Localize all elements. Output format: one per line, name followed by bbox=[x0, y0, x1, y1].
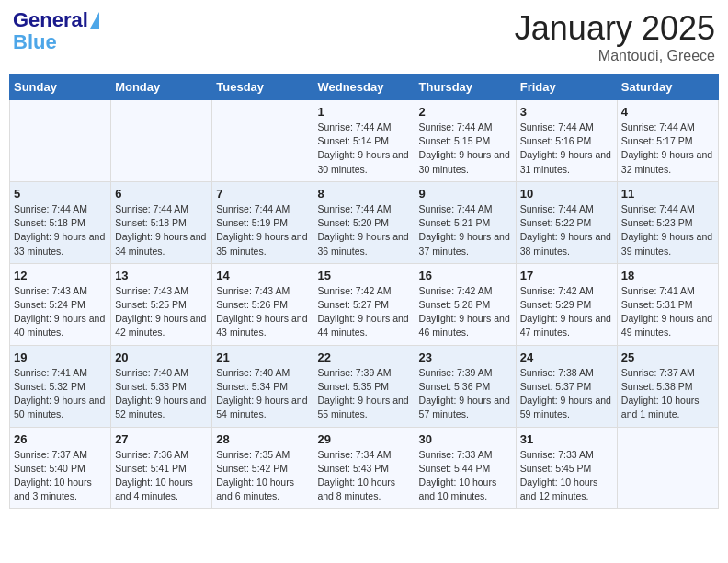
day-info: Sunrise: 7:44 AMSunset: 5:21 PMDaylight:… bbox=[419, 202, 512, 259]
day-info: Sunrise: 7:38 AMSunset: 5:37 PMDaylight:… bbox=[520, 366, 613, 422]
calendar-cell: 6Sunrise: 7:44 AMSunset: 5:18 PMDaylight… bbox=[111, 181, 212, 263]
week-row-3: 12Sunrise: 7:43 AMSunset: 5:24 PMDayligh… bbox=[10, 263, 719, 345]
week-row-2: 5Sunrise: 7:44 AMSunset: 5:18 PMDaylight… bbox=[10, 181, 719, 263]
day-number: 2 bbox=[419, 105, 512, 119]
day-number: 4 bbox=[621, 105, 714, 119]
day-info: Sunrise: 7:44 AMSunset: 5:14 PMDaylight:… bbox=[317, 121, 410, 177]
calendar-table: SundayMondayTuesdayWednesdayThursdayFrid… bbox=[9, 74, 719, 509]
day-info: Sunrise: 7:37 AMSunset: 5:38 PMDaylight:… bbox=[621, 366, 714, 422]
day-info: Sunrise: 7:42 AMSunset: 5:28 PMDaylight:… bbox=[419, 284, 512, 340]
logo-general: General bbox=[13, 9, 88, 31]
day-info: Sunrise: 7:37 AMSunset: 5:40 PMDaylight:… bbox=[14, 448, 107, 504]
weekday-header-wednesday: Wednesday bbox=[313, 75, 415, 100]
calendar-cell: 24Sunrise: 7:38 AMSunset: 5:37 PMDayligh… bbox=[516, 345, 617, 427]
calendar-cell: 7Sunrise: 7:44 AMSunset: 5:19 PMDaylight… bbox=[212, 181, 313, 263]
day-info: Sunrise: 7:44 AMSunset: 5:17 PMDaylight:… bbox=[621, 121, 714, 177]
day-info: Sunrise: 7:43 AMSunset: 5:25 PMDaylight:… bbox=[115, 284, 208, 340]
logo-blue: Blue bbox=[13, 31, 57, 53]
day-number: 18 bbox=[621, 269, 714, 282]
calendar-cell: 12Sunrise: 7:43 AMSunset: 5:24 PMDayligh… bbox=[10, 263, 111, 345]
day-info: Sunrise: 7:34 AMSunset: 5:43 PMDaylight:… bbox=[317, 448, 410, 504]
logo: General Blue bbox=[13, 9, 99, 53]
week-row-1: 1Sunrise: 7:44 AMSunset: 5:14 PMDaylight… bbox=[10, 100, 719, 182]
calendar-cell bbox=[111, 100, 212, 182]
day-info: Sunrise: 7:41 AMSunset: 5:32 PMDaylight:… bbox=[14, 366, 107, 422]
day-number: 14 bbox=[216, 269, 309, 282]
day-number: 16 bbox=[419, 269, 512, 282]
day-info: Sunrise: 7:39 AMSunset: 5:36 PMDaylight:… bbox=[419, 366, 512, 422]
day-info: Sunrise: 7:33 AMSunset: 5:45 PMDaylight:… bbox=[520, 448, 613, 504]
day-number: 21 bbox=[216, 350, 309, 364]
calendar-cell: 31Sunrise: 7:33 AMSunset: 5:45 PMDayligh… bbox=[516, 427, 617, 509]
calendar-cell: 10Sunrise: 7:44 AMSunset: 5:22 PMDayligh… bbox=[516, 181, 617, 263]
calendar-cell: 1Sunrise: 7:44 AMSunset: 5:14 PMDaylight… bbox=[313, 100, 415, 182]
day-number: 29 bbox=[317, 432, 410, 446]
day-number: 25 bbox=[621, 350, 714, 364]
weekday-header-tuesday: Tuesday bbox=[212, 75, 313, 100]
day-number: 9 bbox=[419, 187, 512, 201]
day-info: Sunrise: 7:42 AMSunset: 5:27 PMDaylight:… bbox=[317, 284, 410, 340]
weekday-header-sunday: Sunday bbox=[10, 75, 111, 100]
day-number: 26 bbox=[14, 432, 107, 446]
calendar-cell: 18Sunrise: 7:41 AMSunset: 5:31 PMDayligh… bbox=[617, 263, 718, 345]
week-row-5: 26Sunrise: 7:37 AMSunset: 5:40 PMDayligh… bbox=[10, 427, 719, 509]
day-number: 27 bbox=[115, 432, 208, 446]
day-number: 7 bbox=[216, 187, 309, 201]
calendar-cell: 21Sunrise: 7:40 AMSunset: 5:34 PMDayligh… bbox=[212, 345, 313, 427]
calendar-cell bbox=[10, 100, 111, 182]
day-number: 11 bbox=[621, 187, 714, 201]
day-number: 12 bbox=[14, 269, 107, 282]
day-number: 6 bbox=[115, 187, 208, 201]
day-number: 30 bbox=[419, 432, 512, 446]
calendar-cell: 9Sunrise: 7:44 AMSunset: 5:21 PMDaylight… bbox=[415, 181, 516, 263]
day-number: 17 bbox=[520, 269, 613, 282]
month-title: January 2025 bbox=[515, 9, 715, 48]
calendar-cell: 22Sunrise: 7:39 AMSunset: 5:35 PMDayligh… bbox=[313, 345, 415, 427]
day-number: 15 bbox=[317, 269, 410, 282]
day-info: Sunrise: 7:40 AMSunset: 5:33 PMDaylight:… bbox=[115, 366, 208, 422]
calendar-cell: 5Sunrise: 7:44 AMSunset: 5:18 PMDaylight… bbox=[10, 181, 111, 263]
calendar-cell: 16Sunrise: 7:42 AMSunset: 5:28 PMDayligh… bbox=[415, 263, 516, 345]
calendar-cell: 15Sunrise: 7:42 AMSunset: 5:27 PMDayligh… bbox=[313, 263, 415, 345]
weekday-header-monday: Monday bbox=[111, 75, 212, 100]
day-number: 24 bbox=[520, 350, 613, 364]
calendar-cell: 20Sunrise: 7:40 AMSunset: 5:33 PMDayligh… bbox=[111, 345, 212, 427]
day-info: Sunrise: 7:33 AMSunset: 5:44 PMDaylight:… bbox=[419, 448, 512, 504]
day-info: Sunrise: 7:44 AMSunset: 5:23 PMDaylight:… bbox=[621, 202, 714, 259]
calendar-cell: 27Sunrise: 7:36 AMSunset: 5:41 PMDayligh… bbox=[111, 427, 212, 509]
logo-triangle-icon bbox=[90, 12, 99, 29]
day-info: Sunrise: 7:44 AMSunset: 5:18 PMDaylight:… bbox=[115, 202, 208, 259]
day-info: Sunrise: 7:39 AMSunset: 5:35 PMDaylight:… bbox=[317, 366, 410, 422]
day-info: Sunrise: 7:40 AMSunset: 5:34 PMDaylight:… bbox=[216, 366, 309, 422]
title-block: January 2025 Mantoudi, Greece bbox=[515, 9, 715, 64]
page-header: General Blue January 2025 Mantoudi, Gree… bbox=[9, 9, 719, 64]
day-number: 3 bbox=[520, 105, 613, 119]
calendar-cell: 30Sunrise: 7:33 AMSunset: 5:44 PMDayligh… bbox=[415, 427, 516, 509]
day-number: 20 bbox=[115, 350, 208, 364]
calendar-cell bbox=[212, 100, 313, 182]
day-info: Sunrise: 7:42 AMSunset: 5:29 PMDaylight:… bbox=[520, 284, 613, 340]
day-info: Sunrise: 7:43 AMSunset: 5:24 PMDaylight:… bbox=[14, 284, 107, 340]
day-number: 28 bbox=[216, 432, 309, 446]
calendar-cell: 3Sunrise: 7:44 AMSunset: 5:16 PMDaylight… bbox=[516, 100, 617, 182]
location: Mantoudi, Greece bbox=[515, 48, 715, 64]
day-info: Sunrise: 7:44 AMSunset: 5:18 PMDaylight:… bbox=[14, 202, 107, 259]
calendar-cell: 29Sunrise: 7:34 AMSunset: 5:43 PMDayligh… bbox=[313, 427, 415, 509]
calendar-cell: 25Sunrise: 7:37 AMSunset: 5:38 PMDayligh… bbox=[617, 345, 718, 427]
day-number: 8 bbox=[317, 187, 410, 201]
calendar-cell: 26Sunrise: 7:37 AMSunset: 5:40 PMDayligh… bbox=[10, 427, 111, 509]
day-number: 5 bbox=[14, 187, 107, 201]
day-info: Sunrise: 7:44 AMSunset: 5:22 PMDaylight:… bbox=[520, 202, 613, 259]
day-number: 10 bbox=[520, 187, 613, 201]
day-number: 22 bbox=[317, 350, 410, 364]
calendar-cell bbox=[617, 427, 718, 509]
day-info: Sunrise: 7:41 AMSunset: 5:31 PMDaylight:… bbox=[621, 284, 714, 340]
day-info: Sunrise: 7:36 AMSunset: 5:41 PMDaylight:… bbox=[115, 448, 208, 504]
day-info: Sunrise: 7:44 AMSunset: 5:16 PMDaylight:… bbox=[520, 121, 613, 177]
weekday-header-saturday: Saturday bbox=[617, 75, 718, 100]
day-info: Sunrise: 7:35 AMSunset: 5:42 PMDaylight:… bbox=[216, 448, 309, 504]
calendar-cell: 4Sunrise: 7:44 AMSunset: 5:17 PMDaylight… bbox=[617, 100, 718, 182]
day-info: Sunrise: 7:44 AMSunset: 5:20 PMDaylight:… bbox=[317, 202, 410, 259]
day-info: Sunrise: 7:44 AMSunset: 5:19 PMDaylight:… bbox=[216, 202, 309, 259]
calendar-cell: 11Sunrise: 7:44 AMSunset: 5:23 PMDayligh… bbox=[617, 181, 718, 263]
